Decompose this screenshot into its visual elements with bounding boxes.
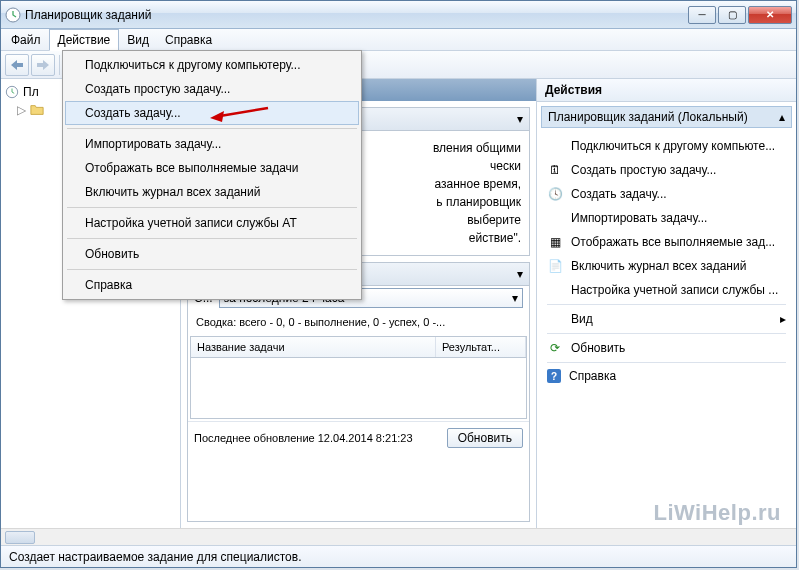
- actions-title: Действия: [537, 79, 796, 102]
- action-at-account[interactable]: Настройка учетной записи службы ...: [541, 278, 792, 302]
- nav-fwd-button[interactable]: [31, 54, 55, 76]
- action-menu-dropdown: Подключиться к другому компьютеру... Соз…: [62, 50, 362, 300]
- separator: [547, 304, 786, 305]
- window-buttons: ─ ▢ ✕: [688, 6, 792, 24]
- list-icon: ▦: [547, 234, 563, 250]
- expand-icon[interactable]: ▷: [17, 103, 26, 117]
- menu-refresh[interactable]: Обновить: [65, 242, 359, 266]
- action-enable-history[interactable]: 📄Включить журнал всех заданий: [541, 254, 792, 278]
- col-result[interactable]: Результат...: [436, 337, 526, 357]
- menu-connect[interactable]: Подключиться к другому компьютеру...: [65, 53, 359, 77]
- folder-icon: [30, 103, 44, 117]
- minimize-button[interactable]: ─: [688, 6, 716, 24]
- menu-view[interactable]: Вид: [119, 30, 157, 50]
- tree-root-label: Пл: [23, 85, 39, 99]
- clock-icon: [5, 7, 21, 23]
- col-task-name[interactable]: Название задачи: [191, 337, 436, 357]
- chevron-right-icon: ▸: [780, 312, 786, 326]
- menu-basic-task[interactable]: Создать простую задачу...: [65, 77, 359, 101]
- menu-separator: [67, 207, 357, 208]
- menu-create-task[interactable]: Создать задачу...: [65, 101, 359, 125]
- blank-icon: [547, 138, 563, 154]
- action-refresh[interactable]: ⟳Обновить: [541, 336, 792, 360]
- toolbar-separator: [59, 55, 60, 75]
- table-body: [191, 358, 526, 418]
- window-title: Планировщик заданий: [25, 8, 688, 22]
- watermark: LiWiHelp.ru: [653, 500, 781, 526]
- maximize-button[interactable]: ▢: [718, 6, 746, 24]
- refresh-button[interactable]: Обновить: [447, 428, 523, 448]
- collapse-icon[interactable]: ▾: [517, 267, 523, 281]
- action-view[interactable]: Вид▸: [541, 307, 792, 331]
- menu-enable-history[interactable]: Включить журнал всех заданий: [65, 180, 359, 204]
- menubar: Файл Действие Вид Справка: [1, 29, 796, 51]
- collapse-icon: ▴: [779, 110, 785, 124]
- help-icon: ?: [547, 369, 561, 383]
- blank-icon: [547, 311, 563, 327]
- task-icon: 🕓: [547, 186, 563, 202]
- menu-separator: [67, 238, 357, 239]
- statusbar: Создает настраиваемое задание для специа…: [1, 545, 796, 567]
- log-icon: 📄: [547, 258, 563, 274]
- blank-icon: [547, 282, 563, 298]
- menu-help[interactable]: Справка: [157, 30, 220, 50]
- actions-pane: Действия Планировщик заданий (Локальный)…: [536, 79, 796, 528]
- menu-import[interactable]: Импортировать задачу...: [65, 132, 359, 156]
- menu-file[interactable]: Файл: [3, 30, 49, 50]
- chevron-down-icon: ▾: [512, 291, 518, 305]
- close-button[interactable]: ✕: [748, 6, 792, 24]
- collapse-icon[interactable]: ▾: [517, 112, 523, 126]
- clock-icon: [5, 85, 19, 99]
- menu-show-running[interactable]: Отображать все выполняемые задачи: [65, 156, 359, 180]
- actions-section[interactable]: Планировщик заданий (Локальный)▴: [541, 106, 792, 128]
- action-import[interactable]: Импортировать задачу...: [541, 206, 792, 230]
- menu-separator: [67, 128, 357, 129]
- menu-help[interactable]: Справка: [65, 273, 359, 297]
- titlebar: Планировщик заданий ─ ▢ ✕: [1, 1, 796, 29]
- blank-icon: [547, 210, 563, 226]
- summary-text: Сводка: всего - 0, 0 - выполнение, 0 - у…: [188, 310, 529, 334]
- action-connect[interactable]: Подключиться к другому компьюте...: [541, 134, 792, 158]
- refresh-icon: ⟳: [547, 340, 563, 356]
- last-update-text: Последнее обновление 12.04.2014 8:21:23: [194, 432, 439, 444]
- action-create-task[interactable]: 🕓Создать задачу...: [541, 182, 792, 206]
- tasks-table: Название задачи Результат...: [190, 336, 527, 419]
- h-scrollbar[interactable]: [1, 528, 796, 545]
- action-basic-task[interactable]: 🗓Создать простую задачу...: [541, 158, 792, 182]
- menu-at-account[interactable]: Настройка учетной записи службы AT: [65, 211, 359, 235]
- menu-action[interactable]: Действие: [49, 29, 120, 51]
- action-help[interactable]: ?Справка: [541, 365, 792, 387]
- wizard-icon: 🗓: [547, 162, 563, 178]
- status-panel: ▾ С... за последние 24 часа▾ Сводка: все…: [187, 262, 530, 522]
- action-show-running[interactable]: ▦Отображать все выполняемые зад...: [541, 230, 792, 254]
- separator: [547, 333, 786, 334]
- menu-separator: [67, 269, 357, 270]
- scrollbar-thumb[interactable]: [5, 531, 35, 544]
- separator: [547, 362, 786, 363]
- nav-back-button[interactable]: [5, 54, 29, 76]
